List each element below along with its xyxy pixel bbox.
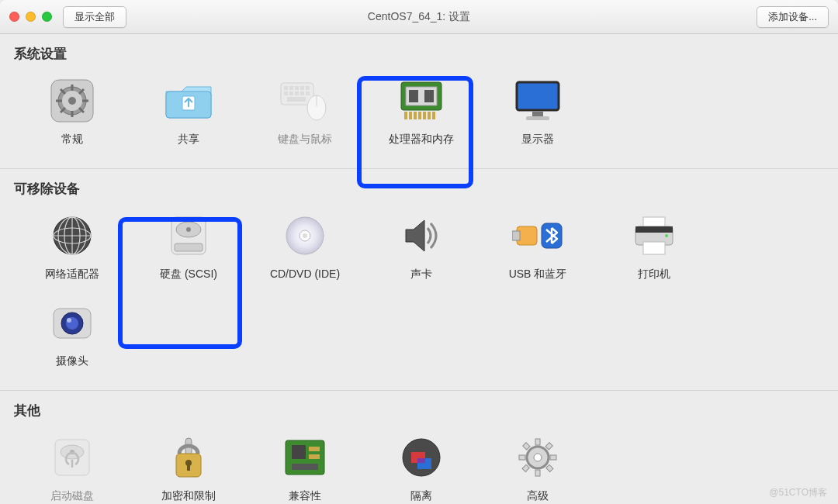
item-usb-bluetooth[interactable]: USB 和蓝牙: [480, 202, 596, 289]
startup-disk-icon: [47, 432, 98, 483]
svg-rect-39: [517, 82, 559, 110]
item-label: USB 和蓝牙: [509, 268, 567, 281]
svg-rect-23: [300, 91, 304, 95]
lock-icon: [163, 432, 214, 483]
folder-share-icon: [163, 75, 214, 126]
item-cddvd[interactable]: CD/DVD (IDE): [247, 202, 363, 289]
svg-rect-30: [409, 90, 418, 102]
grid-other: 启动磁盘 加密和限制: [14, 424, 824, 504]
item-label: 处理器和内存: [389, 133, 454, 147]
item-display[interactable]: 显示器: [480, 67, 596, 154]
svg-rect-80: [292, 464, 318, 470]
item-label: 键盘与鼠标: [278, 133, 332, 147]
item-encrypt[interactable]: 加密和限制: [130, 424, 247, 504]
item-isolate[interactable]: 隔离: [363, 424, 480, 504]
item-label: 兼容性: [289, 489, 321, 503]
svg-rect-16: [289, 86, 293, 90]
memory-chip-icon: [396, 75, 447, 126]
show-all-button[interactable]: 显示全部: [63, 6, 126, 28]
svg-point-92: [534, 454, 542, 461]
svg-rect-91: [522, 464, 529, 471]
usb-bluetooth-icon: [512, 210, 563, 261]
svg-rect-32: [404, 112, 407, 119]
section-title-removable: 可移除设备: [14, 180, 824, 198]
svg-rect-84: [535, 439, 540, 445]
camera-icon: [47, 297, 98, 348]
svg-rect-89: [546, 464, 553, 471]
svg-point-51: [186, 227, 191, 232]
svg-rect-36: [423, 112, 426, 119]
svg-point-11: [68, 97, 76, 105]
item-label: 启动磁盘: [50, 489, 94, 503]
svg-rect-31: [424, 90, 434, 102]
item-label: CD/DVD (IDE): [270, 268, 340, 280]
item-keyboard-mouse[interactable]: 键盘与鼠标: [247, 67, 363, 154]
svg-rect-78: [309, 447, 320, 451]
section-title-system: 系统设置: [14, 45, 824, 63]
svg-rect-82: [417, 458, 425, 463]
printer-icon: [628, 210, 680, 261]
svg-rect-37: [428, 112, 431, 119]
item-label: 加密和限制: [161, 489, 216, 503]
item-sound[interactable]: 声卡: [363, 202, 480, 289]
svg-rect-62: [643, 242, 665, 254]
minimize-icon[interactable]: [26, 12, 36, 22]
item-startup-disk[interactable]: 启动磁盘: [14, 424, 130, 504]
svg-rect-42: [526, 116, 549, 120]
svg-rect-41: [532, 112, 543, 116]
item-general[interactable]: 常规: [14, 67, 130, 154]
item-label: 隔离: [410, 489, 432, 503]
svg-rect-22: [295, 91, 299, 95]
svg-rect-20: [284, 91, 288, 95]
section-removable: 可移除设备 网络适配器: [0, 169, 838, 391]
item-label: 硬盘 (SCSI): [160, 268, 217, 281]
item-label: 共享: [178, 133, 199, 147]
watermark: @51CTO博客: [769, 486, 827, 499]
gear-icon: [47, 75, 98, 126]
svg-rect-21: [289, 91, 293, 95]
svg-rect-52: [175, 243, 203, 251]
section-system: 系统设置: [0, 34, 838, 169]
hard-disk-icon: [163, 210, 214, 261]
monitor-icon: [512, 75, 563, 126]
item-label: 网络适配器: [45, 268, 99, 281]
grid-removable: 网络适配器 硬盘 (SCSI): [14, 202, 824, 376]
item-compat[interactable]: 兼容性: [247, 424, 363, 504]
item-camera[interactable]: 摄像头: [14, 289, 130, 376]
item-label: 常规: [61, 133, 83, 147]
item-disk-scsi[interactable]: 硬盘 (SCSI): [130, 202, 247, 289]
keyboard-mouse-icon: [279, 75, 331, 126]
item-cpu-memory[interactable]: 处理器和内存: [363, 67, 480, 154]
speaker-icon: [396, 210, 447, 261]
svg-rect-35: [418, 112, 421, 119]
item-label: 声卡: [410, 268, 432, 281]
svg-rect-19: [306, 86, 310, 90]
disc-icon: [279, 210, 331, 261]
section-other: 其他 启动磁盘: [0, 391, 838, 504]
add-device-button[interactable]: 添加设备...: [757, 6, 829, 28]
svg-rect-75: [187, 464, 190, 471]
svg-rect-57: [512, 231, 520, 240]
section-title-other: 其他: [14, 402, 824, 419]
svg-rect-15: [284, 86, 288, 90]
svg-rect-86: [519, 455, 525, 460]
svg-rect-33: [409, 112, 412, 119]
item-network-adapter[interactable]: 网络适配器: [14, 202, 130, 289]
item-printer[interactable]: 打印机: [596, 202, 712, 289]
item-sharing[interactable]: 共享: [130, 67, 247, 154]
close-icon[interactable]: [9, 12, 19, 22]
item-label: 打印机: [638, 268, 670, 281]
svg-rect-61: [635, 226, 673, 233]
svg-rect-90: [545, 443, 552, 450]
svg-rect-34: [414, 112, 417, 119]
svg-rect-18: [300, 86, 304, 90]
item-advanced[interactable]: 高级: [480, 424, 596, 504]
item-label: 高级: [527, 489, 549, 503]
isolation-icon: [396, 432, 447, 483]
svg-rect-24: [306, 91, 310, 95]
svg-rect-17: [295, 86, 299, 90]
svg-point-63: [665, 234, 668, 237]
svg-rect-88: [523, 443, 530, 450]
network-globe-icon: [47, 210, 98, 261]
maximize-icon[interactable]: [42, 12, 52, 22]
